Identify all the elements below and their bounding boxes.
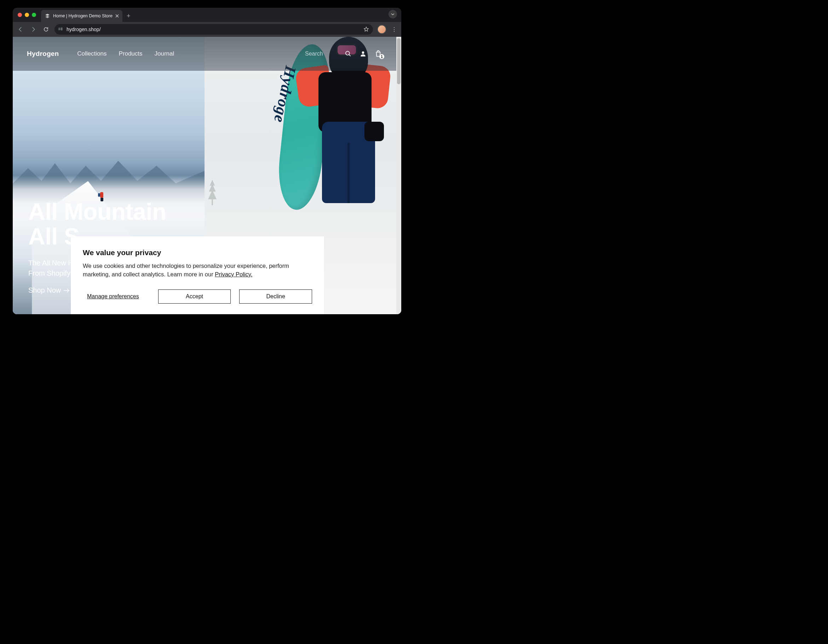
header-actions: 1 <box>305 50 382 58</box>
cookie-consent-banner: We value your privacy We use cookies and… <box>71 237 324 314</box>
browser-tab[interactable]: Home | Hydrogen Demo Store <box>41 10 122 22</box>
page-content: Hydroge Hydrogen Co <box>13 37 396 314</box>
cookie-body-text: We use cookies and other technologies to… <box>83 263 289 277</box>
arrow-right-icon <box>63 288 70 293</box>
cookie-body: We use cookies and other technologies to… <box>83 262 312 279</box>
search-icon[interactable] <box>345 50 352 57</box>
scrollbar-thumb[interactable] <box>397 38 401 84</box>
hero-title-line1: All Mountain <box>28 200 166 224</box>
site-header: Hydrogen Collections Products Journal <box>13 37 396 71</box>
accept-button-label: Accept <box>186 293 203 300</box>
back-button[interactable] <box>16 25 25 34</box>
viewport: Hydroge Hydrogen Co <box>13 37 401 314</box>
browser-window: Home | Hydrogen Demo Store + hydrogen.sh <box>13 8 401 314</box>
window-close-button[interactable] <box>18 13 22 17</box>
account-icon[interactable] <box>359 50 367 57</box>
cookie-actions: Manage preferences Accept Decline <box>83 290 312 304</box>
window-maximize-button[interactable] <box>32 13 36 17</box>
cookie-title: We value your privacy <box>83 248 312 257</box>
svg-point-2 <box>61 28 62 29</box>
address-bar[interactable]: hydrogen.shop/ <box>55 24 373 34</box>
window-minimize-button[interactable] <box>25 13 29 17</box>
brand-logo[interactable]: Hydrogen <box>27 50 59 58</box>
nav-link-journal[interactable]: Journal <box>155 50 174 57</box>
reload-button[interactable] <box>42 25 50 34</box>
cart-count-badge: 1 <box>380 54 384 59</box>
nav-link-collections[interactable]: Collections <box>77 50 107 57</box>
tab-title: Home | Hydrogen Demo Store <box>53 13 113 19</box>
search-input[interactable] <box>305 50 337 57</box>
decline-button[interactable]: Decline <box>239 290 312 304</box>
svg-rect-0 <box>58 28 61 29</box>
tab-overflow-button[interactable] <box>384 10 401 22</box>
profile-avatar[interactable] <box>377 25 386 34</box>
window-controls <box>18 13 41 22</box>
hero-cta-label: Shop Now <box>28 286 61 295</box>
decline-button-label: Decline <box>267 293 285 300</box>
svg-point-5 <box>362 51 364 54</box>
browser-toolbar: hydrogen.shop/ ⋮ <box>13 22 401 37</box>
snowboard-brand-text: Hydroge <box>273 64 300 109</box>
tab-close-button[interactable] <box>115 14 119 18</box>
accept-button[interactable]: Accept <box>158 290 231 304</box>
svg-point-4 <box>346 51 350 55</box>
cart-button[interactable]: 1 <box>374 50 382 58</box>
privacy-policy-link[interactable]: Privacy Policy. <box>215 271 252 277</box>
primary-nav: Collections Products Journal <box>77 50 174 57</box>
new-tab-button[interactable]: + <box>122 13 135 22</box>
svg-rect-1 <box>58 29 61 30</box>
browser-menu-button[interactable]: ⋮ <box>390 26 398 33</box>
tab-strip: Home | Hydrogen Demo Store + <box>13 8 401 22</box>
forward-button[interactable] <box>29 25 38 34</box>
nav-link-products[interactable]: Products <box>119 50 142 57</box>
tab-favicon-icon <box>45 13 50 19</box>
manage-preferences-link[interactable]: Manage preferences <box>87 293 139 300</box>
url-text: hydrogen.shop/ <box>66 27 360 32</box>
tree-icon <box>206 180 219 205</box>
svg-point-3 <box>61 29 62 30</box>
vertical-scrollbar[interactable] <box>396 37 401 314</box>
bookmark-star-icon[interactable] <box>363 26 369 33</box>
site-info-icon[interactable] <box>58 27 64 32</box>
